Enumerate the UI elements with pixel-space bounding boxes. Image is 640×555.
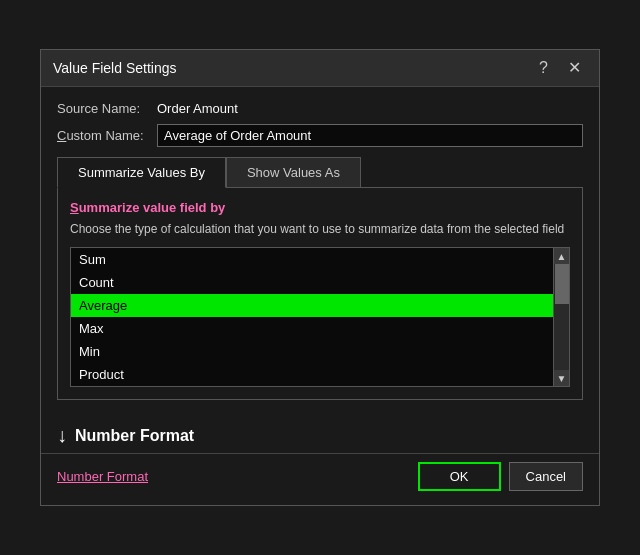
- list-scrollbar[interactable]: ▲ ▼: [554, 247, 570, 387]
- source-name-value: Order Amount: [157, 101, 238, 116]
- source-name-label: Source Name:: [57, 101, 157, 116]
- tab-content-summarize: Summarize value field by Choose the type…: [57, 187, 583, 401]
- list-item-average[interactable]: Average: [71, 294, 553, 317]
- list-item-min[interactable]: Min: [71, 340, 553, 363]
- footer: Number Format OK Cancel: [41, 454, 599, 505]
- section-description: Choose the type of calculation that you …: [70, 221, 570, 238]
- list-item-product[interactable]: Product: [71, 363, 553, 386]
- ok-button[interactable]: OK: [418, 462, 501, 491]
- custom-name-input[interactable]: [157, 124, 583, 147]
- scroll-down-button[interactable]: ▼: [554, 370, 569, 386]
- number-format-heading: Number Format: [75, 427, 194, 445]
- number-format-section: ↓ Number Format: [41, 414, 599, 453]
- arrow-down-icon: ↓: [57, 424, 67, 447]
- title-bar-controls: ? ✕: [533, 58, 587, 78]
- number-format-button[interactable]: Number Format: [57, 469, 148, 484]
- scroll-track: [554, 264, 569, 370]
- calculation-list[interactable]: Sum Count Average Max Min Product: [70, 247, 554, 387]
- custom-name-label: Custom Name:: [57, 128, 157, 143]
- footer-right-buttons: OK Cancel: [418, 462, 583, 491]
- tabs-row: Summarize Values By Show Values As: [57, 157, 583, 188]
- source-name-row: Source Name: Order Amount: [57, 101, 583, 116]
- tab-summarize-values-by[interactable]: Summarize Values By: [57, 157, 226, 188]
- scroll-up-button[interactable]: ▲: [554, 248, 569, 264]
- close-button[interactable]: ✕: [562, 58, 587, 78]
- value-field-settings-dialog: Value Field Settings ? ✕ Source Name: Or…: [40, 49, 600, 507]
- dialog-title: Value Field Settings: [53, 60, 176, 76]
- scroll-thumb[interactable]: [555, 264, 569, 304]
- tab-show-values-as[interactable]: Show Values As: [226, 157, 361, 188]
- help-button[interactable]: ?: [533, 58, 554, 78]
- dialog-body: Source Name: Order Amount Custom Name: S…: [41, 87, 599, 415]
- list-item-sum[interactable]: Sum: [71, 248, 553, 271]
- list-container: Sum Count Average Max Min Product ▲ ▼: [70, 247, 570, 387]
- custom-name-row: Custom Name:: [57, 124, 583, 147]
- title-bar: Value Field Settings ? ✕: [41, 50, 599, 87]
- cancel-button[interactable]: Cancel: [509, 462, 583, 491]
- list-item-max[interactable]: Max: [71, 317, 553, 340]
- list-item-count[interactable]: Count: [71, 271, 553, 294]
- section-title: Summarize value field by: [70, 200, 570, 215]
